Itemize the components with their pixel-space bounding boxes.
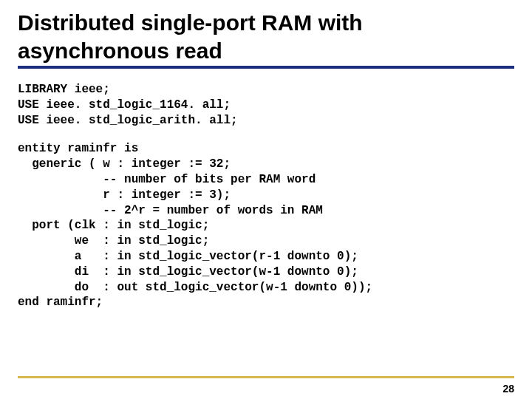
page-number: 28	[502, 383, 514, 395]
title-underline	[18, 66, 514, 69]
title-block: Distributed single-port RAM with asynchr…	[18, 9, 514, 69]
slide-title: Distributed single-port RAM with asynchr…	[18, 9, 514, 64]
code-library-section: LIBRARY ieee; USE ieee. std_logic_1164. …	[18, 82, 514, 128]
code-entity-section: entity raminfr is generic ( w : integer …	[18, 141, 514, 310]
footer-divider	[18, 376, 514, 378]
